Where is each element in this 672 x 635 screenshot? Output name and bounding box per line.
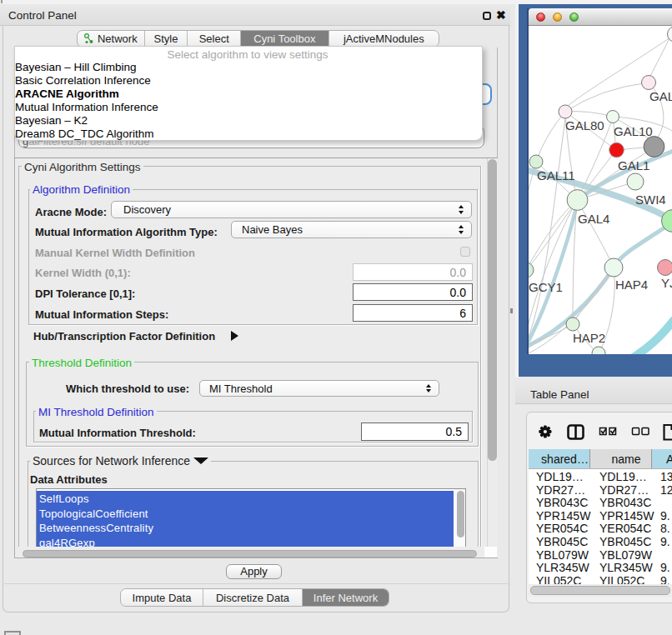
svg-text:HAP2: HAP2: [573, 331, 605, 345]
svg-text:GAL1: GAL1: [618, 158, 649, 172]
svg-text:GAL7: GAL7: [649, 89, 672, 103]
svg-text:GCY1: GCY1: [529, 280, 563, 294]
svg-text:GAL4: GAL4: [578, 212, 609, 226]
svg-text:GAL11: GAL11: [537, 168, 575, 182]
svg-text:GAL80: GAL80: [565, 118, 604, 132]
svg-text:HAP4: HAP4: [615, 278, 648, 292]
svg-text:YJ: YJ: [661, 276, 672, 290]
svg-text:SWI4: SWI4: [635, 192, 666, 207]
svg-text:GAL10: GAL10: [614, 124, 653, 138]
